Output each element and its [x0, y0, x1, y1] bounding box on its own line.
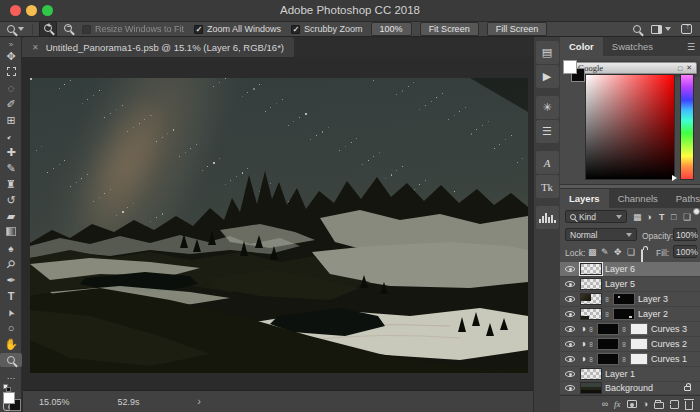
zoom-out-button[interactable]: –	[64, 24, 72, 34]
hue-slider[interactable]	[680, 74, 694, 180]
tool-type[interactable]: T	[0, 289, 22, 303]
glyphs-panel-icon[interactable]: A	[536, 151, 559, 174]
layer-name[interactable]: Layer 2	[638, 309, 668, 319]
zoom-level-field[interactable]: 15.05%	[39, 397, 70, 407]
layer-mask-thumbnail[interactable]	[613, 308, 635, 320]
visibility-eye-icon[interactable]	[565, 266, 575, 272]
curves-adjustment-icon[interactable]: ◑	[580, 324, 586, 334]
layer-filtering-toggle[interactable]	[693, 208, 700, 215]
tool-rectangular-marquee[interactable]	[0, 65, 22, 79]
tab-color[interactable]: Color	[560, 37, 603, 56]
actions-panel-icon[interactable]: ▶	[536, 65, 559, 88]
lock-transparency-icon[interactable]: ▩	[588, 247, 597, 257]
tool-spot-healing[interactable]: ✚	[0, 145, 22, 159]
new-adjustment-layer-icon[interactable]: ◑	[643, 399, 648, 409]
visibility-eye-icon[interactable]	[565, 296, 575, 302]
new-layer-icon[interactable]	[670, 400, 679, 409]
visibility-eye-icon[interactable]	[565, 311, 575, 317]
canvas-area[interactable]	[23, 57, 533, 390]
layer-row-curves-3[interactable]: ◑ ∞ ∞ Curves 3	[560, 322, 700, 337]
document-tab[interactable]: ✕ Untitled_Panorama1-6.psb @ 15.1% (Laye…	[22, 37, 294, 57]
delete-layer-icon[interactable]	[685, 401, 693, 410]
fill-screen-button[interactable]: Fill Screen	[487, 22, 548, 36]
filter-smart-objects-icon[interactable]: ❏	[683, 212, 691, 222]
histogram-panel-icon[interactable]	[536, 206, 559, 229]
lock-artboard-icon[interactable]: ❏	[627, 247, 635, 257]
tool-dodge[interactable]: ⚲	[0, 257, 22, 271]
edit-toolbar-icon[interactable]: …	[0, 369, 22, 383]
adjustments-panel-icon[interactable]: ✳	[536, 96, 559, 119]
vector-mask-thumbnail[interactable]	[630, 353, 648, 365]
tool-brush[interactable]: ✎	[0, 161, 22, 175]
tool-crop[interactable]: ⊞	[0, 113, 22, 127]
layer-name[interactable]: Layer 3	[638, 294, 668, 304]
visibility-eye-icon[interactable]	[565, 281, 575, 287]
filter-adjustment-layers-icon[interactable]: ◑	[646, 212, 651, 222]
tool-eraser[interactable]: ▰	[0, 209, 22, 223]
fill-dropdown[interactable]: 100%	[673, 245, 697, 258]
close-tab-icon[interactable]: ✕	[32, 43, 39, 52]
tab-swatches[interactable]: Swatches	[603, 37, 662, 56]
layer-thumbnail[interactable]	[580, 368, 602, 380]
minimize-icon[interactable]: □	[678, 65, 682, 72]
zoom-all-windows-checkbox[interactable]: Zoom All Windows	[194, 24, 281, 34]
layer-thumbnail[interactable]	[580, 278, 602, 290]
layer-name[interactable]: Layer 1	[605, 369, 635, 379]
foreground-color-swatch[interactable]	[563, 60, 577, 74]
layer-thumbnail[interactable]	[580, 263, 602, 275]
tool-path-selection[interactable]: ➤	[0, 305, 22, 319]
layer-row-layer-6[interactable]: Layer 6	[560, 262, 700, 277]
layer-name[interactable]: Layer 6	[605, 264, 635, 274]
history-panel-icon[interactable]: ▤	[536, 41, 559, 64]
curves-adjustment-icon[interactable]: ◑	[580, 354, 586, 364]
tool-blur[interactable]: ♠	[0, 241, 22, 255]
visibility-eye-icon[interactable]	[565, 356, 575, 362]
layer-name[interactable]: Background	[605, 383, 653, 393]
tab-paths[interactable]: Paths	[667, 189, 700, 208]
layer-name[interactable]: Layer 5	[605, 279, 635, 289]
layer-name[interactable]: Curves 2	[651, 339, 687, 349]
lock-pixels-icon[interactable]: ✎	[601, 247, 609, 257]
checkbox-checked-icon[interactable]	[194, 25, 203, 34]
close-icon[interactable]: ✕	[686, 64, 692, 72]
google-extension-window[interactable]: Google □ ✕	[573, 62, 697, 74]
workspace-switcher[interactable]	[651, 25, 671, 34]
status-options-chevron[interactable]: ›	[198, 396, 201, 407]
tab-layers[interactable]: Layers	[560, 189, 609, 208]
tool-quick-selection[interactable]: ✐	[0, 97, 22, 111]
filter-pixel-layers-icon[interactable]: ▦	[633, 212, 642, 222]
document-image[interactable]	[30, 78, 528, 373]
vector-mask-thumbnail[interactable]	[630, 338, 648, 350]
layer-row-background[interactable]: Background	[560, 382, 700, 395]
layer-row-layer-1[interactable]: Layer 1	[560, 367, 700, 382]
properties-panel-icon[interactable]: ☰	[536, 120, 559, 143]
saturation-brightness-field[interactable]	[585, 74, 675, 180]
layer-mask-thumbnail[interactable]	[613, 293, 635, 305]
layer-thumbnail[interactable]	[580, 293, 602, 305]
background-layer-thumbnail[interactable]	[580, 382, 602, 394]
checkbox-checked-icon[interactable]	[291, 25, 300, 34]
tool-ellipse-shape[interactable]: ○	[0, 321, 22, 335]
tab-channels[interactable]: Channels	[609, 189, 667, 208]
zoom-100-button[interactable]: 100%	[371, 22, 412, 36]
tool-clone-stamp[interactable]: ♜	[0, 177, 22, 191]
layer-row-layer-5[interactable]: Layer 5	[560, 277, 700, 292]
tool-zoom-selected[interactable]	[0, 353, 22, 367]
tool-move[interactable]: ✥	[0, 49, 22, 63]
layer-row-layer-2[interactable]: ∞ Layer 2	[560, 307, 700, 322]
tool-lasso[interactable]: ◌	[0, 81, 22, 95]
filter-shape-layers-icon[interactable]: □	[671, 212, 676, 222]
vector-mask-thumbnail[interactable]	[630, 323, 648, 335]
layer-name[interactable]: Curves 1	[651, 354, 687, 364]
link-layers-icon[interactable]: ∞	[602, 399, 608, 409]
filter-type-layers-icon[interactable]: T	[659, 212, 665, 222]
hue-slider-marker[interactable]	[672, 175, 677, 181]
scrubby-zoom-checkbox[interactable]: Scrubby Zoom	[291, 24, 363, 34]
lock-position-icon[interactable]: ✥	[614, 247, 622, 257]
layer-row-curves-2[interactable]: ◑ ∞ ∞ Curves 2	[560, 337, 700, 352]
fit-screen-button[interactable]: Fit Screen	[420, 22, 479, 36]
search-icon[interactable]	[633, 25, 641, 33]
tool-gradient[interactable]	[0, 225, 22, 239]
tool-eyedropper[interactable]: ❜	[0, 129, 22, 143]
layer-mask-thumbnail[interactable]	[597, 338, 619, 350]
